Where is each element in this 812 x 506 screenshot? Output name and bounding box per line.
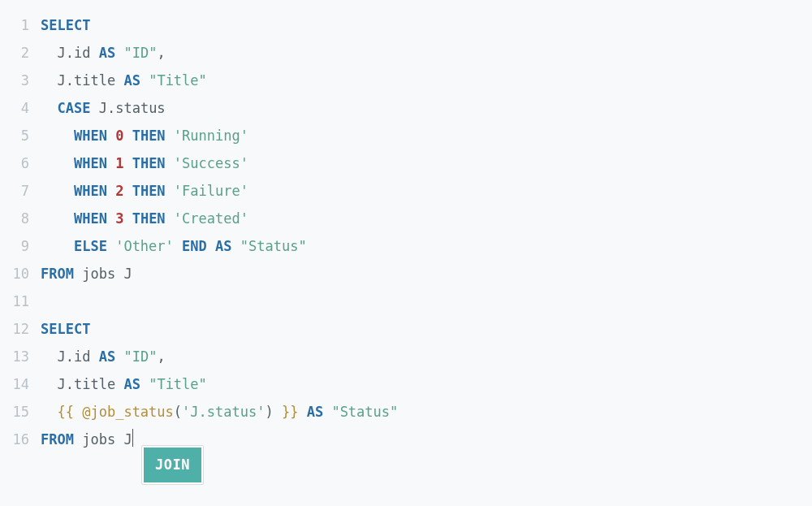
code-token bbox=[115, 348, 123, 365]
code-token: 1 bbox=[115, 155, 123, 171]
line-number: 5 bbox=[0, 122, 41, 149]
code-token bbox=[115, 266, 123, 282]
code-token: "Title" bbox=[149, 376, 207, 392]
code-token bbox=[107, 183, 115, 199]
code-token bbox=[74, 431, 82, 448]
line-number: 14 bbox=[0, 370, 41, 398]
line-number: 15 bbox=[0, 398, 41, 426]
code-token bbox=[298, 404, 306, 420]
code-token bbox=[207, 238, 215, 254]
code-token bbox=[166, 210, 174, 227]
code-token: "ID" bbox=[123, 45, 157, 61]
code-line[interactable]: 9 ELSE 'Other' END AS "Status" bbox=[0, 232, 812, 260]
code-content[interactable]: J.id AS "ID", bbox=[41, 343, 812, 370]
code-content[interactable]: FROM jobs JJOIN bbox=[41, 426, 812, 453]
code-content[interactable]: WHEN 1 THEN 'Success' bbox=[41, 149, 812, 177]
code-token bbox=[123, 210, 132, 227]
code-token: CASE bbox=[57, 100, 90, 116]
code-token: title bbox=[74, 376, 115, 392]
code-token: SELECT bbox=[41, 321, 90, 337]
code-line[interactable]: 8 WHEN 3 THEN 'Created' bbox=[0, 205, 812, 232]
code-token bbox=[107, 238, 115, 254]
code-token bbox=[166, 155, 174, 171]
code-content[interactable]: WHEN 0 THEN 'Running' bbox=[41, 122, 812, 149]
code-token: ELSE bbox=[74, 238, 107, 254]
code-content[interactable]: J.title AS "Title" bbox=[41, 370, 812, 398]
line-number: 3 bbox=[0, 67, 41, 94]
code-token: THEN bbox=[132, 210, 166, 227]
code-line[interactable]: 16FROM jobs JJOIN bbox=[0, 426, 812, 453]
code-line[interactable]: 14 J.title AS "Title" bbox=[0, 370, 812, 398]
code-content[interactable]: FROM jobs J bbox=[41, 260, 812, 288]
code-content[interactable]: CASE J.status bbox=[41, 94, 812, 122]
code-content[interactable]: SELECT bbox=[41, 315, 812, 343]
code-token: . bbox=[66, 45, 74, 61]
code-token bbox=[115, 376, 123, 392]
code-content[interactable]: WHEN 3 THEN 'Created' bbox=[41, 205, 812, 232]
code-token bbox=[115, 45, 123, 61]
code-token: END bbox=[182, 238, 207, 254]
code-token bbox=[232, 238, 240, 254]
line-number: 9 bbox=[0, 232, 41, 260]
line-number: 8 bbox=[0, 205, 41, 232]
autocomplete-item[interactable]: JOIN bbox=[144, 448, 201, 482]
code-token: "Status" bbox=[240, 238, 307, 254]
code-token: FROM bbox=[41, 266, 74, 282]
code-token: WHEN bbox=[74, 210, 107, 227]
line-number: 12 bbox=[0, 315, 41, 343]
code-token: AS bbox=[123, 72, 140, 89]
sql-code-editor[interactable]: 1SELECT2 J.id AS "ID",3 J.title AS "Titl… bbox=[0, 0, 812, 506]
code-token bbox=[41, 100, 57, 116]
code-content[interactable]: {{ @job_status('J.status') }} AS "Status… bbox=[41, 398, 812, 426]
code-token: 'Created' bbox=[174, 210, 248, 227]
code-token bbox=[107, 210, 115, 227]
code-line[interactable]: 12SELECT bbox=[0, 315, 812, 343]
code-token bbox=[123, 183, 132, 199]
code-token bbox=[41, 376, 57, 392]
code-token: J bbox=[57, 45, 65, 61]
code-token bbox=[274, 404, 282, 420]
code-token: id bbox=[74, 45, 90, 61]
code-content[interactable]: J.id AS "ID", bbox=[41, 39, 812, 67]
code-token bbox=[41, 348, 57, 365]
code-line[interactable]: 6 WHEN 1 THEN 'Success' bbox=[0, 149, 812, 177]
code-token: AS bbox=[215, 238, 231, 254]
code-line[interactable]: 11 bbox=[0, 288, 812, 315]
code-content[interactable]: SELECT bbox=[41, 11, 812, 39]
code-line[interactable]: 7 WHEN 2 THEN 'Failure' bbox=[0, 177, 812, 205]
code-token bbox=[123, 128, 132, 144]
code-line[interactable]: 3 J.title AS "Title" bbox=[0, 67, 812, 94]
line-number: 13 bbox=[0, 343, 41, 370]
line-number: 2 bbox=[0, 39, 41, 67]
code-token: FROM bbox=[41, 431, 74, 448]
code-token: THEN bbox=[132, 155, 166, 171]
code-line[interactable]: 5 WHEN 0 THEN 'Running' bbox=[0, 122, 812, 149]
code-token: 3 bbox=[115, 210, 123, 227]
code-line[interactable]: 13 J.id AS "ID", bbox=[0, 343, 812, 370]
code-token: 2 bbox=[115, 183, 123, 199]
line-number: 1 bbox=[0, 11, 41, 39]
code-token: J bbox=[123, 431, 132, 448]
code-token: WHEN bbox=[74, 155, 107, 171]
code-token: J bbox=[57, 348, 65, 365]
line-number: 4 bbox=[0, 94, 41, 122]
code-token: }} bbox=[282, 404, 298, 420]
code-token: J bbox=[57, 376, 65, 392]
code-line[interactable]: 4 CASE J.status bbox=[0, 94, 812, 122]
code-token: {{ bbox=[57, 404, 73, 420]
code-line[interactable]: 1SELECT bbox=[0, 11, 812, 39]
code-line[interactable]: 15 {{ @job_status('J.status') }} AS "Sta… bbox=[0, 398, 812, 426]
code-content[interactable]: WHEN 2 THEN 'Failure' bbox=[41, 177, 812, 205]
code-token: ( bbox=[174, 404, 182, 420]
code-token bbox=[123, 155, 132, 171]
code-token bbox=[74, 404, 82, 420]
code-token: , bbox=[157, 348, 165, 365]
code-content[interactable]: ELSE 'Other' END AS "Status" bbox=[41, 232, 812, 260]
code-token bbox=[323, 404, 331, 420]
code-token: AS bbox=[307, 404, 323, 420]
code-token: 'Success' bbox=[174, 155, 248, 171]
code-line[interactable]: 2 J.id AS "ID", bbox=[0, 39, 812, 67]
code-content[interactable]: J.title AS "Title" bbox=[41, 67, 812, 94]
autocomplete-popup[interactable]: JOIN bbox=[141, 445, 204, 485]
code-line[interactable]: 10FROM jobs J bbox=[0, 260, 812, 288]
